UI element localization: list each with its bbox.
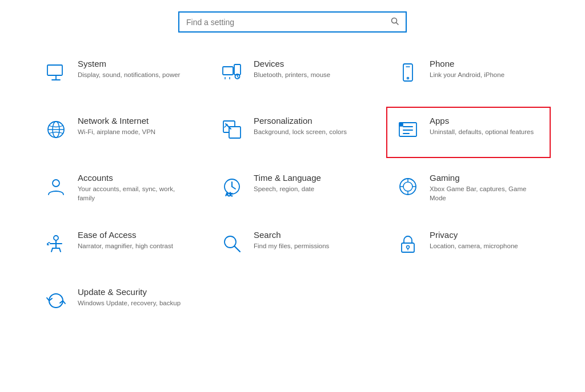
settings-page: System Display, sound, notifications, po… — [0, 0, 585, 392]
gaming-title: Gaming — [430, 173, 543, 183]
svg-line-38 — [235, 246, 241, 252]
gaming-text: Gaming Xbox Game Bar, captures, Game Mod… — [430, 173, 543, 203]
personalization-text: Personalization Background, lock screen,… — [254, 116, 347, 136]
search-text: Search Find my files, permissions — [254, 230, 329, 250]
svg-rect-24 — [399, 123, 403, 126]
privacy-title: Privacy — [430, 230, 518, 240]
privacy-subtitle: Location, camera, microphone — [430, 241, 518, 250]
ease-subtitle: Narrator, magnifier, high contrast — [78, 241, 173, 250]
time-icon: A文 — [218, 173, 246, 200]
setting-privacy[interactable]: Privacy Location, camera, microphone — [386, 221, 551, 272]
svg-rect-2 — [47, 65, 62, 75]
settings-grid: System Display, sound, notifications, po… — [34, 50, 551, 329]
accounts-icon — [42, 173, 70, 200]
phone-subtitle: Link your Android, iPhone — [430, 70, 504, 79]
setting-apps[interactable]: Apps Uninstall, defaults, optional featu… — [386, 107, 551, 158]
update-text: Update & Security Windows Update, recove… — [78, 287, 181, 308]
search-subtitle: Find my files, permissions — [254, 241, 329, 250]
apps-subtitle: Uninstall, defaults, optional features — [430, 127, 534, 136]
setting-system[interactable]: System Display, sound, notifications, po… — [34, 50, 199, 101]
update-subtitle: Windows Update, recovery, backup — [78, 298, 181, 308]
privacy-icon — [394, 230, 422, 257]
time-subtitle: Speech, region, date — [254, 184, 321, 193]
svg-point-36 — [54, 236, 58, 240]
ease-title: Ease of Access — [78, 230, 173, 240]
devices-text: Devices Bluetooth, printers, mouse — [254, 59, 330, 79]
svg-rect-6 — [234, 64, 241, 75]
system-icon — [42, 59, 70, 86]
accounts-title: Accounts — [78, 173, 191, 183]
time-title: Time & Language — [254, 173, 321, 183]
search-input[interactable] — [186, 18, 391, 27]
privacy-text: Privacy Location, camera, microphone — [430, 230, 518, 250]
phone-title: Phone — [430, 59, 504, 68]
svg-line-28 — [232, 187, 235, 189]
search-setting-icon — [218, 230, 246, 257]
apps-text: Apps Uninstall, defaults, optional featu… — [430, 116, 534, 136]
gaming-subtitle: Xbox Game Bar, captures, Game Mode — [430, 184, 543, 203]
setting-ease[interactable]: Ease of Access Narrator, magnifier, high… — [34, 221, 199, 272]
setting-personalization[interactable]: Personalization Background, lock screen,… — [210, 107, 375, 158]
phone-text: Phone Link your Android, iPhone — [430, 59, 504, 79]
system-title: System — [78, 59, 180, 68]
setting-search[interactable]: Search Find my files, permissions — [210, 221, 375, 272]
setting-accounts[interactable]: Accounts Your accounts, email, sync, wor… — [34, 164, 199, 215]
setting-devices[interactable]: Devices Bluetooth, printers, mouse — [210, 50, 375, 101]
update-title: Update & Security — [78, 287, 181, 297]
svg-rect-39 — [402, 243, 414, 252]
network-text: Network & Internet Wi-Fi, airplane mode,… — [78, 116, 155, 136]
setting-time[interactable]: A文 Time & Language Speech, region, date — [210, 164, 375, 215]
search-icon — [391, 17, 399, 27]
devices-subtitle: Bluetooth, printers, mouse — [254, 70, 330, 79]
search-container — [34, 11, 551, 33]
svg-line-11 — [238, 76, 239, 78]
accounts-subtitle: Your accounts, email, sync, work, family — [78, 184, 191, 203]
svg-point-25 — [53, 180, 59, 187]
svg-text:A文: A文 — [226, 192, 233, 196]
time-text: Time & Language Speech, region, date — [254, 173, 321, 193]
ease-text: Ease of Access Narrator, magnifier, high… — [78, 230, 173, 250]
svg-point-31 — [403, 182, 412, 191]
search-bar[interactable] — [178, 11, 407, 33]
gaming-icon — [394, 173, 422, 200]
devices-icon — [218, 59, 246, 86]
system-subtitle: Display, sound, notifications, power — [78, 70, 180, 79]
personalization-subtitle: Background, lock screen, colors — [254, 127, 347, 136]
search-title: Search — [254, 230, 329, 240]
accounts-text: Accounts Your accounts, email, sync, wor… — [78, 173, 191, 203]
apps-title: Apps — [430, 116, 534, 126]
svg-rect-5 — [223, 67, 233, 75]
devices-title: Devices — [254, 59, 330, 68]
network-title: Network & Internet — [78, 116, 155, 126]
setting-gaming[interactable]: Gaming Xbox Game Bar, captures, Game Mod… — [386, 164, 551, 215]
phone-icon — [394, 59, 422, 86]
setting-phone[interactable]: Phone Link your Android, iPhone — [386, 50, 551, 101]
network-subtitle: Wi-Fi, airplane mode, VPN — [78, 127, 155, 136]
network-icon — [42, 116, 70, 143]
personalization-title: Personalization — [254, 116, 347, 126]
ease-icon — [42, 230, 70, 257]
apps-icon — [394, 116, 422, 143]
setting-network[interactable]: Network & Internet Wi-Fi, airplane mode,… — [34, 107, 199, 158]
svg-point-14 — [407, 78, 409, 79]
update-icon — [42, 287, 70, 314]
setting-update[interactable]: Update & Security Windows Update, recove… — [34, 278, 199, 329]
svg-line-1 — [396, 23, 399, 25]
personalization-icon — [218, 116, 246, 143]
system-text: System Display, sound, notifications, po… — [78, 59, 180, 79]
